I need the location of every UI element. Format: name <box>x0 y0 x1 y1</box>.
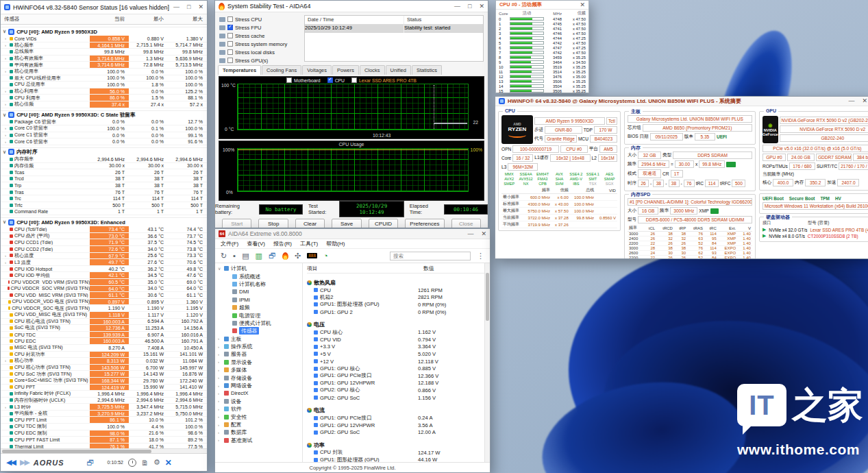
list-row[interactable]: GPU1: GPU PCIe接口0.24 A <box>307 414 490 422</box>
start-button[interactable]: Start <box>222 219 251 228</box>
stress-checkbox-row[interactable]: Stress system memory <box>219 40 300 48</box>
sensor-row[interactable]: Tras76 T76 T76 T <box>1 189 207 196</box>
sidebar-item[interactable]: ›多媒体 <box>215 366 302 374</box>
vertical-scrollbar[interactable] <box>484 263 490 462</box>
drive-row[interactable]: ▶NVMe x4 32.0 GT/sLexar SSD ARES PRO 4TB… <box>762 227 868 232</box>
sensor-row[interactable]: CPU PPT FAST Limit87.1 %18.0 %89.2 % <box>1 437 207 444</box>
sidebar-item[interactable]: ›主板 <box>215 335 302 343</box>
list-row[interactable]: GPU1: GPU 12VHPWR3.56 A <box>307 422 490 429</box>
sensor-row[interactable]: SoC 电流 (SVI3 TFN)12.736 A11.253 A14.156 … <box>1 325 207 332</box>
legend-item[interactable]: Lexar SSD ARES PRO 4TB <box>351 77 417 83</box>
sidebar-item[interactable]: 传感器 <box>215 327 302 335</box>
minimize-icon[interactable]: — <box>173 4 179 10</box>
sidebar-item[interactable]: ›服务器 <box>215 350 302 358</box>
sidebar-item[interactable]: ›基准测试 <box>215 437 302 444</box>
sensor-row[interactable]: ›Core C6 驻留率0.0 %0.0 %91.6 % <box>1 138 207 145</box>
sensor-section-header[interactable]: ∨CPU [#0]: AMD Ryzen 9 9950X3D: Enhanced <box>1 217 207 226</box>
sensor-row[interactable]: CPU EDC 限制98.0 %21.6 %98.6 % <box>1 430 207 437</box>
maximize-icon[interactable]: □ <box>468 3 471 10</box>
sidebar-item[interactable]: DMI <box>215 288 302 295</box>
sensor-row[interactable]: ›核心倍频37.4 x27.4 x57.2 x <box>1 101 207 108</box>
list-row[interactable]: CPU 核心1.162 V <box>307 328 490 336</box>
menu-v[interactable]: 查看(V) <box>247 240 265 247</box>
close-icon[interactable]: ✕ <box>481 231 486 237</box>
sensor-row[interactable]: Command Rate1 T1 T1 T <box>1 209 207 216</box>
tab-powers[interactable]: Powers <box>332 65 359 75</box>
close-icon[interactable]: ✕ <box>198 4 203 10</box>
log-row[interactable]: 2025/10/29 10:12:49 Stability test: star… <box>305 25 483 33</box>
lcd-icon[interactable]: 888 <box>307 253 317 258</box>
stress-checkbox-row[interactable]: Stress local disks <box>219 48 300 56</box>
sensor-section-header[interactable]: ∨CPU [#0]: AMD Ryzen 9 9950X3D: C State … <box>1 110 207 119</box>
forward-arrows-icon[interactable]: ▶▶ <box>20 458 29 467</box>
preferences-button[interactable]: Preferences <box>405 219 444 228</box>
sidebar-item[interactable]: ›DirectX <box>215 389 302 397</box>
list-row[interactable]: GPU1: GPU PCIe接口12.366 V <box>307 372 490 380</box>
list-row[interactable]: 机箱22821 RPM <box>307 294 490 302</box>
list-row[interactable]: GPU2: GPU 核心0.866 V <box>307 387 490 394</box>
list-row[interactable]: CPU 封装124.17 W <box>307 449 490 457</box>
sidebar-item[interactable]: 电源管理 <box>215 311 302 319</box>
minimize-icon[interactable]: — <box>848 98 854 104</box>
maximize-icon[interactable]: □ <box>187 4 190 10</box>
close-button[interactable]: Close <box>451 219 481 228</box>
stability-titlebar[interactable]: System Stability Test - AIDA64 — □ ✕ <box>215 1 488 12</box>
menu-f[interactable]: 文件(F) <box>221 240 238 247</box>
menu-r[interactable]: 报告(R) <box>273 240 292 247</box>
stress-flame-icon[interactable] <box>282 252 288 260</box>
sensor-row[interactable]: Trp38 T38 T38 T <box>1 182 207 189</box>
menu-t[interactable]: 工具(T) <box>300 240 318 247</box>
sensor-row[interactable]: Trfc500 T500 T500 T <box>1 202 207 209</box>
sensor-row[interactable]: Trc114 T114 T114 T <box>1 195 207 202</box>
list-row[interactable]: CPU1261 RPM <box>307 287 490 294</box>
list-row[interactable]: GPU2: GPU SoC12.00 A <box>307 429 490 437</box>
sidebar-item[interactable]: ›设备 <box>215 398 302 405</box>
list-row[interactable]: GPU1: GPU 核心0.885 V <box>307 365 490 372</box>
sidebar-item[interactable]: 系统概述 <box>215 272 302 280</box>
cpuid-button[interactable]: CPUID <box>369 219 398 228</box>
list-row[interactable]: GPU1: GPU 12VHPWR12.188 V <box>307 380 490 387</box>
more-menu-icon[interactable]: ⋮ <box>477 252 484 260</box>
list-row[interactable]: +5 V5.020 V <box>307 350 490 358</box>
tab-clocks[interactable]: Clocks <box>360 65 385 75</box>
sensor-row[interactable]: CPU 晶片 (平均)73.0 °C36.6 °C73.7 °C <box>1 233 207 240</box>
sidebar-item[interactable]: ›数据库 <box>215 428 302 436</box>
sensor-row[interactable]: 内存倍频30.00 x30.00 x30.00 x <box>1 163 207 170</box>
legend-checkbox[interactable] <box>327 77 333 83</box>
legend-checkbox[interactable] <box>286 77 292 83</box>
refresh-icon[interactable]: ↻ <box>221 252 227 260</box>
sidebar-item[interactable]: ›配置 <box>215 421 302 428</box>
close-icon[interactable]: ✕ <box>479 3 484 10</box>
sensor-row[interactable]: Core+SoC+MISC 功率 (SVI3 TFN)168.344 W29.7… <box>1 378 207 385</box>
sidebar-item[interactable]: 超频 <box>215 304 302 311</box>
checkbox[interactable] <box>227 33 233 38</box>
list-row[interactable]: +12 V12.118 V <box>307 358 490 365</box>
checkbox[interactable] <box>227 16 233 22</box>
sidebar-item[interactable]: ›安全性 <box>215 413 302 420</box>
close-icon[interactable]: ✕ <box>580 2 585 8</box>
clear-button[interactable]: Clear <box>295 219 325 228</box>
sidebar-item[interactable]: ›网络设备 <box>215 382 302 389</box>
memory-icon[interactable]: ▥ <box>256 252 262 260</box>
stop-button[interactable]: Stop <box>258 219 288 228</box>
sidebar-item[interactable]: ›软件 <box>215 405 302 413</box>
sidebar-item[interactable]: 便携式计算机 <box>215 319 302 327</box>
legend-checkbox[interactable] <box>351 77 357 83</box>
minimize-icon[interactable]: — <box>467 231 473 237</box>
summary-titlebar[interactable]: HWiNFO® 64 v8.32-5840 @ Galaxy Microsyst… <box>495 97 868 106</box>
tab-unified[interactable]: Unified <box>386 65 411 75</box>
sensor-row[interactable]: CPU IOD 平均值42.1 °C34.5 °C47.6 °C <box>1 272 207 279</box>
legend-item[interactable]: CPU <box>327 77 345 83</box>
tab-statistics[interactable]: Statistics <box>412 65 442 75</box>
sidebar-item[interactable]: ›操作系统 <box>215 343 302 350</box>
stress-checkbox-row[interactable]: Stress GPU(s) <box>219 56 300 64</box>
sensor-row[interactable]: 平均频率 - 全核3,270.9 MHz3,237.2 MHz5,750.0 M… <box>1 411 207 417</box>
aida-titlebar[interactable]: 64 AIDA64 Extreme v8.00.8000 — ✕ <box>215 229 490 239</box>
stability-log[interactable]: Date / Time Status 2025/10/29 10:12:49 S… <box>304 15 484 62</box>
sensor-row[interactable]: Trcd38 T38 T38 T <box>1 176 207 183</box>
checkbox[interactable] <box>227 25 233 30</box>
tab-temperatures[interactable]: Temperatures <box>218 65 261 75</box>
back-arrows-icon[interactable]: ◀◀ <box>6 458 15 467</box>
sensor-row[interactable]: CPU VDDCR_SOC VRM (SVI3 TFN)64.0 °C34.0 … <box>1 286 207 293</box>
sensor-section-header[interactable]: ∨内存时序 <box>1 147 207 156</box>
